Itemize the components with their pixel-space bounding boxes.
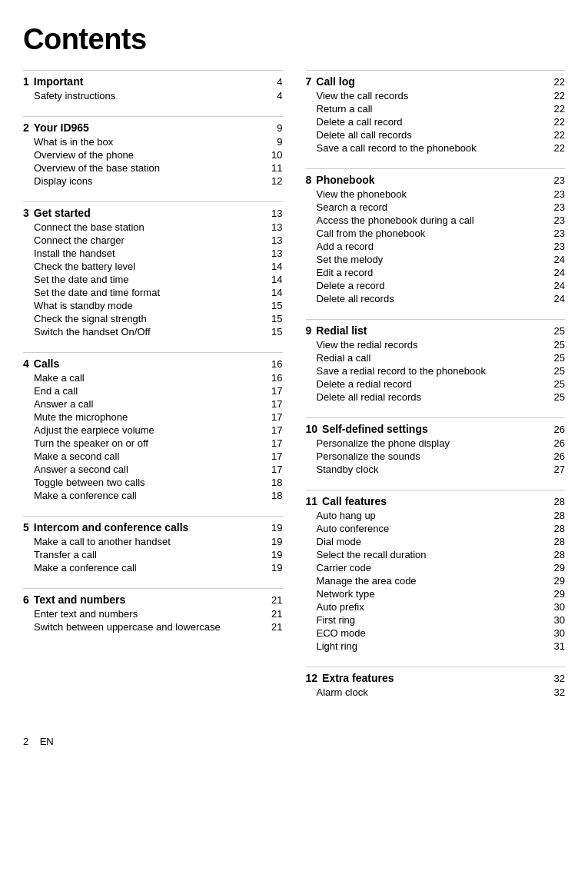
toc-entry: Turn the speaker on or off17 [23,437,283,450]
section-page-number: 23 [554,175,565,186]
entry-page: 14 [266,261,283,272]
section-title: 7Call log [306,75,355,88]
section-title-text: Extra features [322,672,394,684]
section-title-text: Your ID965 [34,121,89,134]
entry-page: 22 [548,90,565,101]
entry-page: 28 [548,510,565,521]
entry-text: First ring [317,614,549,626]
entry-page: 24 [548,280,565,291]
section-header: 6Text and numbers21 [23,593,283,606]
section-title: 2Your ID965 [23,121,89,134]
entry-text: Search a record [317,201,549,213]
toc-entry: Auto hang up28 [306,509,566,522]
entry-page: 17 [266,398,283,410]
toc-entry: Make a conference call19 [23,561,283,574]
entry-page: 12 [266,175,283,187]
entry-text: Access the phonebook during a call [317,214,549,226]
section-title: 8Phonebook [306,174,375,186]
entry-text: Delete all records [317,293,549,304]
entry-text: Personalize the sounds [317,450,549,462]
entry-page: 17 [266,424,283,436]
entry-page: 28 [548,523,565,534]
section-number: 7 [306,75,312,88]
section-page-number: 26 [554,424,565,435]
entry-text: Answer a call [34,398,266,410]
footer-lang: EN [40,736,54,747]
section-number: 10 [306,423,318,435]
toc-entry: Answer a second call17 [23,463,283,476]
toc-entry: Personalize the sounds26 [306,450,566,463]
entry-text: Auto prefix [317,601,549,613]
entry-text: Switch the handset On/Off [34,326,266,337]
entry-text: Enter text and numbers [34,608,266,620]
toc-entry: View the redial records25 [306,338,566,351]
entry-page: 9 [266,136,283,148]
entry-text: View the redial records [317,339,549,351]
section-page-number: 28 [554,496,565,507]
entry-text: Select the recall duration [317,549,549,560]
entry-text: Display icons [34,175,266,187]
entry-page: 24 [548,267,565,278]
section-page-number: 22 [554,76,565,88]
section-title-text: Important [34,75,84,88]
entry-text: Standby clock [317,464,549,475]
toc-entry: Add a record23 [306,240,566,253]
toc-entry: View the call records22 [306,89,566,102]
entry-page: 25 [548,339,565,351]
section-number: 5 [23,521,29,534]
toc-entry: Delete all records24 [306,292,566,305]
section-title-text: Text and numbers [34,593,126,606]
section-title: 12Extra features [306,672,394,684]
entry-page: 29 [548,575,565,587]
entry-page: 16 [266,372,283,384]
entry-text: Mute the microphone [34,411,266,423]
entry-text: Edit a record [317,267,549,278]
entry-page: 23 [548,228,565,239]
section-title: 11Call features [306,495,387,507]
toc-entry: Set the date and time format14 [23,286,283,299]
entry-text: Delete a redial record [317,378,549,390]
entry-text: Make a conference call [34,562,266,573]
section-page-number: 19 [271,522,282,534]
section-page-number: 16 [271,358,282,370]
toc-entry: Manage the area code29 [306,574,566,587]
entry-page: 25 [548,352,565,364]
toc-entry: Call from the phonebook23 [306,227,566,240]
entry-text: Install the handset [34,248,266,259]
toc-entry: Make a second call17 [23,450,283,463]
entry-text: Make a conference call [34,490,266,501]
entry-text: Safety instructions [34,90,266,101]
section-number: 6 [23,593,29,606]
toc-entry: Dial mode28 [306,535,566,548]
section-header: 5Intercom and conference calls19 [23,521,283,534]
entry-text: What is in the box [34,136,266,148]
entry-page: 19 [266,562,283,573]
entry-page: 17 [266,385,283,397]
entry-text: Answer a second call [34,464,266,475]
section-header: 8Phonebook23 [306,174,566,186]
toc-entry: Search a record23 [306,201,566,214]
footer: 2 EN [23,736,565,747]
entry-page: 28 [548,549,565,560]
toc-entry: Make a call to another handset19 [23,535,283,548]
entry-text: Connect the charger [34,234,266,246]
section-number: 9 [306,324,312,337]
section-page-number: 32 [554,673,565,684]
toc-entry: First ring30 [306,613,566,627]
section-10: 10Self-defined settings26Personalize the… [306,417,566,476]
toc-entry: Auto prefix30 [306,600,566,613]
section-title-text: Calls [34,357,59,370]
section-title-text: Redial list [316,324,367,337]
entry-page: 14 [266,274,283,285]
section-header: 11Call features28 [306,495,566,507]
toc-entry: Check the signal strength15 [23,312,283,325]
section-title-text: Self-defined settings [322,423,428,435]
entry-text: Redial a call [317,352,549,364]
section-page-number: 25 [554,325,565,337]
toc-entry: Access the phonebook during a call23 [306,214,566,227]
entry-text: Make a call to another handset [34,536,266,547]
toc-entry: End a call17 [23,384,283,397]
section-4: 4Calls16Make a call16End a call17Answer … [23,352,283,502]
entry-page: 11 [266,162,283,174]
entry-page: 22 [548,142,565,154]
